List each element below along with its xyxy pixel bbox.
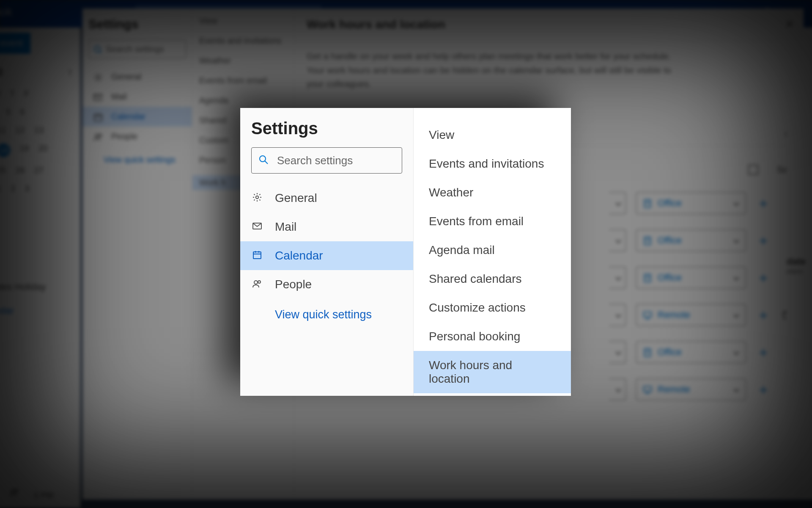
chevron-down-icon[interactable] (613, 273, 622, 282)
bg-settings-search[interactable]: Search settings (88, 40, 186, 58)
chevron-down-icon[interactable] (613, 199, 622, 207)
location-dropdown[interactable]: Office (636, 267, 746, 289)
today-highlight[interactable]: 18 (0, 144, 10, 157)
popup-title: Settings (240, 119, 413, 147)
popup-cat-mail-label: Mail (275, 220, 296, 234)
chevron-down-icon[interactable] (613, 311, 622, 319)
location-dropdown[interactable]: Remote (636, 378, 746, 400)
cal-dow-row: T W T F (0, 89, 77, 99)
new-event-button[interactable]: ew event (0, 33, 30, 54)
search-icon (93, 45, 102, 53)
building-icon (642, 273, 652, 282)
chevron-down-icon[interactable] (613, 236, 622, 245)
people-icon (251, 279, 265, 290)
popup-quick-settings-link[interactable]: View quick settings (240, 299, 413, 321)
chevron-down-icon (731, 199, 740, 207)
calendar-icon (251, 250, 265, 262)
chevron-down-icon[interactable] (613, 385, 622, 394)
bg-cat-calendar[interactable]: Calendar (82, 107, 192, 127)
bg-settings-title: Settings (88, 17, 186, 31)
time-label: 5 PM (34, 491, 54, 500)
location-dropdown[interactable]: Remote (636, 304, 746, 326)
bg-left-calendar-panel: ew event 2020 ↑ T W T F 3456 10111213 17… (0, 28, 80, 508)
bg-right-panel: date elem (787, 28, 812, 500)
mail-icon (251, 221, 265, 233)
building-icon (642, 236, 652, 245)
popup-sub-view[interactable]: View (414, 121, 571, 149)
chevron-down-icon[interactable] (613, 348, 622, 356)
up-arrow-icon[interactable]: ↑ (67, 66, 73, 79)
popup-search-input[interactable]: Search settings (251, 147, 402, 174)
bg-settings-categories: Settings Search settings General Mail Ca… (82, 8, 192, 500)
bg-quick-settings-link[interactable]: View quick settings (88, 146, 186, 165)
checkbox-sat[interactable] (748, 165, 758, 175)
bg-content-description: Get a handle on your week and help other… (307, 50, 687, 91)
popup-sub-work-hours[interactable]: Work hours and location (414, 351, 571, 393)
people-module-icon[interactable] (9, 487, 21, 499)
building-icon (642, 199, 652, 208)
bg-cat-general[interactable]: General (88, 67, 186, 87)
mail-icon (91, 92, 104, 102)
popup-sub-agenda-mail[interactable]: Agenda mail (414, 236, 571, 265)
chevron-down-icon (731, 236, 740, 245)
calendar-icon (91, 112, 104, 121)
gear-icon (251, 192, 265, 204)
chevron-down-icon (731, 348, 740, 356)
search-icon (258, 155, 270, 166)
popup-sub-weather[interactable]: Weather (414, 178, 571, 207)
popup-cat-calendar[interactable]: Calendar (240, 241, 413, 270)
location-dropdown[interactable]: Office (636, 341, 746, 363)
popup-sub-customize-actions[interactable]: Customize actions (414, 293, 571, 322)
popup-sub-shared-calendars[interactable]: Shared calendars (414, 265, 571, 293)
popup-cat-general-label: General (275, 191, 317, 205)
popup-cat-people-label: People (275, 278, 312, 291)
chevron-down-icon (731, 311, 740, 319)
popup-subcategories-panel: View Events and invitations Weather Even… (414, 108, 571, 396)
bg-sub-weather[interactable]: Weather (199, 56, 288, 66)
bg-settings-search-placeholder: Search settings (106, 44, 164, 54)
add-button[interactable]: ＋ (756, 268, 771, 287)
calendar-list: dars dar day d States Holiday calendar (0, 210, 77, 316)
popup-cat-mail[interactable]: Mail (240, 213, 413, 241)
people-icon (91, 132, 104, 141)
popup-sub-personal-booking[interactable]: Personal booking (414, 322, 571, 351)
bg-cat-mail[interactable]: Mail (88, 87, 186, 107)
location-dropdown[interactable]: Office (636, 229, 746, 251)
bg-year-label: 2020 ↑ (0, 66, 77, 79)
bg-sub-eventsemail[interactable]: Events from email (199, 76, 288, 86)
monitor-icon (642, 310, 652, 320)
add-button[interactable]: ＋ (756, 342, 771, 362)
year-text: 2020 (0, 66, 3, 79)
popup-categories-panel: Settings Search settings General Mail Ca… (240, 108, 414, 396)
add-button[interactable]: ＋ (756, 305, 771, 325)
monitor-icon (642, 385, 652, 394)
gear-icon (91, 72, 104, 82)
bg-sub-view[interactable]: View (199, 16, 288, 26)
popup-search-placeholder: Search settings (277, 154, 353, 167)
bg-content-title: Work hours and location (307, 18, 791, 31)
popup-cat-people[interactable]: People (240, 270, 413, 299)
chevron-down-icon (731, 273, 740, 282)
building-icon (642, 348, 652, 357)
chevron-down-icon (731, 385, 740, 394)
add-button[interactable]: ＋ (756, 231, 771, 250)
location-dropdown[interactable]: Office (636, 192, 746, 214)
bg-sub-events[interactable]: Events and invitations (199, 36, 288, 46)
bg-app-name: tlook (0, 5, 12, 19)
bg-cat-people[interactable]: People (88, 127, 186, 146)
popup-sub-events-invitations[interactable]: Events and invitations (414, 149, 571, 178)
settings-popup: Settings Search settings General Mail Ca… (240, 108, 571, 396)
add-button[interactable]: ＋ (756, 193, 771, 213)
mini-calendar[interactable]: T W T F 3456 10111213 17181920 24252627 … (0, 89, 77, 193)
popup-cat-calendar-label: Calendar (275, 249, 323, 262)
popup-sub-events-from-email[interactable]: Events from email (414, 207, 571, 236)
add-button[interactable]: ＋ (756, 380, 771, 399)
popup-cat-general[interactable]: General (240, 184, 413, 213)
